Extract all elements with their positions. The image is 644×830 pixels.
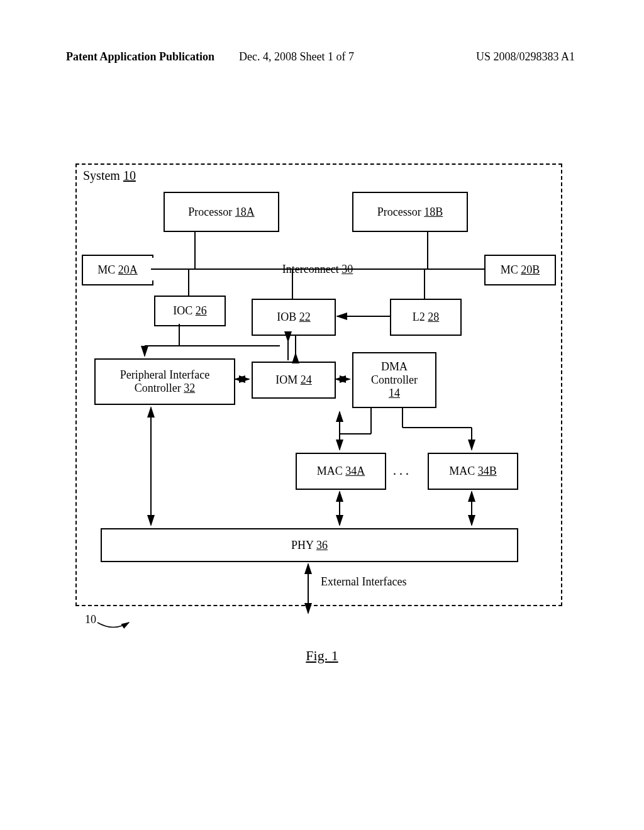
mac-b-ref: 34B [478,465,497,477]
header-center: Dec. 4, 2008 Sheet 1 of 7 [239,50,354,64]
block-mac-b: MAC 34B [428,453,518,490]
figure-caption-text: Fig. 1 [306,648,338,663]
block-l2: L2 28 [390,299,462,336]
dma-line2: Controller [371,374,418,387]
ioc-ref: 26 [196,304,207,317]
mac-ellipsis: . . . [393,463,409,478]
block-iob: IOB 22 [252,299,336,336]
interconnect-name: Interconnect [282,263,339,275]
mac-b-name: MAC [449,465,475,477]
proc-b-name: Processor [377,206,421,218]
phy-ref: 36 [316,539,328,551]
block-processor-a: Processor 18A [164,192,279,232]
mc-a-ref: 20A [118,263,138,276]
system-label: System 10 [83,169,136,183]
header-right: US 2008/0298383 A1 [476,50,575,64]
dma-ref: 14 [389,387,400,400]
dma-line1: DMA [381,360,408,374]
l2-ref: 28 [428,311,439,323]
ref-callout-10: 10 [85,613,96,626]
header-left: Patent Application Publication [66,50,214,64]
l2-name: L2 [413,311,425,323]
ioc-name: IOC [173,304,192,317]
figure-area: System 10 Processor 18A Processor 18B MC… [75,163,560,604]
block-iom: IOM 24 [252,362,336,399]
block-mc-b: MC 20B [484,255,556,285]
iom-name: IOM [275,374,297,386]
block-interconnect: Interconnect 30 [151,258,484,280]
iob-ref: 22 [299,311,311,323]
proc-a-ref: 18A [235,206,255,218]
mac-a-name: MAC [317,465,343,477]
external-interfaces-label: External Interfaces [321,575,406,589]
proc-b-ref: 18B [424,206,443,218]
pic-line1: Peripheral Interface [120,368,209,382]
figure-caption: Fig. 1 [0,648,644,664]
block-dma: DMA Controller 14 [352,352,436,408]
iom-ref: 24 [301,374,312,386]
block-phy: PHY 36 [101,528,518,562]
interconnect-ref: 30 [341,263,353,275]
mc-a-name: MC [97,263,115,276]
pic-ref: 32 [184,382,195,394]
block-pic: Peripheral Interface Controller 32 [94,358,235,405]
mc-b-name: MC [501,263,518,276]
block-processor-b: Processor 18B [352,192,468,232]
mac-a-ref: 34A [345,465,365,477]
system-label-text: System [83,169,120,182]
phy-name: PHY [291,539,313,551]
iob-name: IOB [277,311,296,323]
ref-callout-text: 10 [85,613,96,626]
block-mac-a: MAC 34A [296,453,386,490]
mc-b-ref: 20B [521,263,540,276]
block-mc-a: MC 20A [82,255,153,285]
block-ioc: IOC 26 [154,296,226,326]
system-label-ref: 10 [123,169,136,182]
pic-line2: Controller [135,382,181,394]
proc-a-name: Processor [188,206,232,218]
